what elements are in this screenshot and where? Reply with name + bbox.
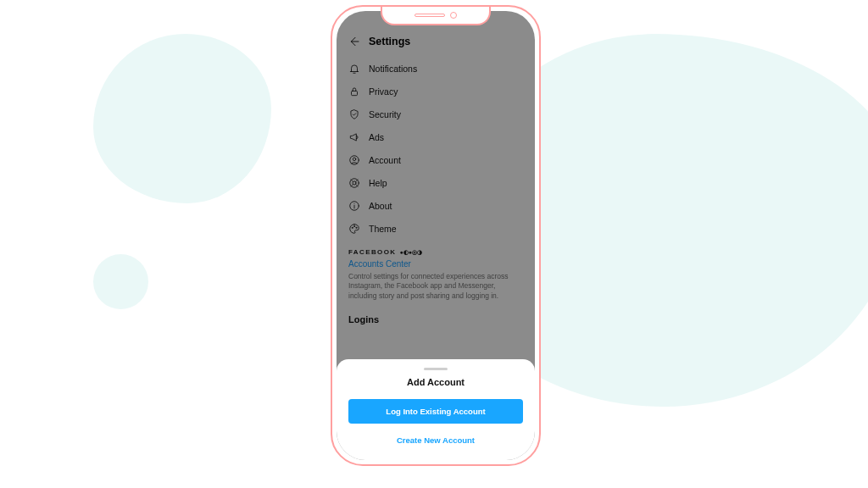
bg-blob [93,254,148,309]
add-account-sheet: Add Account Log Into Existing Account Cr… [337,359,535,460]
phone-screen: Settings Notifications Privacy Security [337,11,535,460]
create-account-button[interactable]: Create New Account [345,432,526,448]
phone-frame: Settings Notifications Privacy Security [331,5,541,466]
bg-blob [93,34,271,203]
sheet-title: Add Account [345,377,526,387]
phone-notch [381,7,491,25]
speaker-icon [415,14,445,17]
sheet-grabber[interactable] [424,368,448,370]
login-existing-button[interactable]: Log Into Existing Account [348,399,523,424]
camera-icon [450,12,457,19]
